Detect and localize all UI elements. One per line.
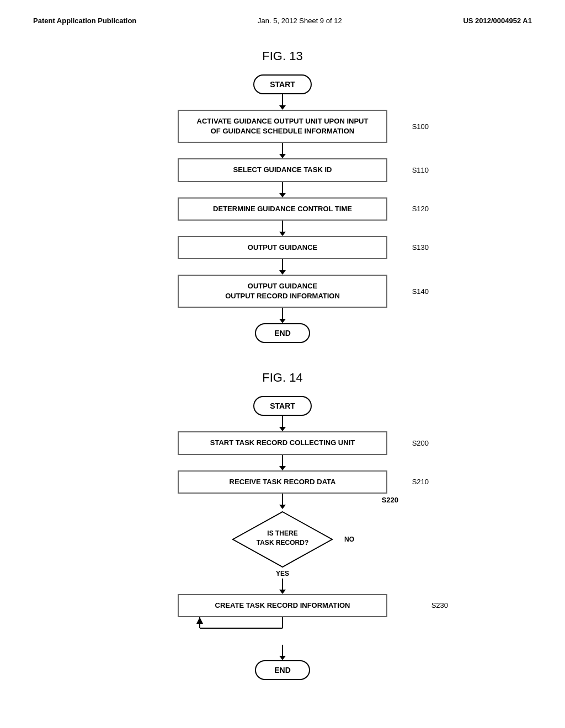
fig14-start: START bbox=[253, 396, 312, 416]
fig14-end-oval: END bbox=[255, 660, 310, 680]
fig14-s230-step: CREATE TASK RECORD INFORMATION S230 bbox=[156, 594, 409, 617]
header: Patent Application Publication Jan. 5, 2… bbox=[33, 11, 532, 36]
fig14-yes-section: YES bbox=[156, 570, 409, 594]
arrow1 bbox=[279, 94, 286, 110]
fig14-s220-row: S220 IS THERE TASK RECORD? NO bbox=[156, 509, 409, 570]
svg-marker-6 bbox=[196, 617, 203, 624]
fig14-s230-label: S230 bbox=[431, 601, 448, 609]
fig14-s210-step: RECEIVE TASK RECORD DATA S210 bbox=[178, 470, 387, 494]
fig13-s110-label: S110 bbox=[412, 166, 429, 174]
fig13-s100-box: ACTIVATE GUIDANCE OUTPUT UNIT UPON INPUT… bbox=[178, 110, 387, 143]
fig13-end: END bbox=[255, 323, 310, 343]
arrow14-4 bbox=[279, 579, 286, 594]
fig13-start: START bbox=[253, 74, 312, 94]
fig13-s100-step: ACTIVATE GUIDANCE OUTPUT UNIT UPON INPUT… bbox=[178, 110, 387, 143]
arrow2 bbox=[279, 143, 286, 158]
fig13-start-oval: START bbox=[253, 74, 312, 94]
fig13-s140-box: OUTPUT GUIDANCEOUTPUT RECORD INFORMATION bbox=[178, 275, 387, 308]
fig14-s200-box: START TASK RECORD COLLECTING UNIT bbox=[178, 431, 387, 454]
fig14-flowchart: START START TASK RECORD COLLECTING UNIT … bbox=[33, 396, 532, 680]
header-date-sheet: Jan. 5, 2012 Sheet 9 of 12 bbox=[258, 17, 342, 25]
fig13-s130-step: OUTPUT GUIDANCE S130 bbox=[178, 236, 387, 259]
header-publication: Patent Application Publication bbox=[33, 17, 136, 25]
fig13-s120-box: DETERMINE GUIDANCE CONTROL TIME bbox=[178, 197, 387, 221]
arrow5 bbox=[279, 259, 286, 275]
fig14-s230-box: CREATE TASK RECORD INFORMATION bbox=[178, 594, 387, 617]
fig14-s210-label: S210 bbox=[412, 478, 429, 486]
fig14-yes-label: YES bbox=[276, 570, 289, 577]
arrow6 bbox=[279, 308, 286, 323]
fig13-s130-label: S130 bbox=[412, 243, 429, 251]
fig13-s120-label: S120 bbox=[412, 205, 429, 213]
fig14-start-oval: START bbox=[253, 396, 312, 416]
arrow3 bbox=[279, 182, 286, 197]
fig14-s220-label: S220 bbox=[382, 496, 398, 504]
fig13-s110-step: SELECT GUIDANCE TASK ID S110 bbox=[178, 158, 387, 181]
fig13-s120-step: DETERMINE GUIDANCE CONTROL TIME S120 bbox=[178, 197, 387, 221]
fig13-s100-label: S100 bbox=[412, 122, 429, 131]
fig14-loop-arrow bbox=[156, 617, 409, 645]
fig13-flowchart: START ACTIVATE GUIDANCE OUTPUT UNIT UPON… bbox=[33, 74, 532, 343]
fig14-s200-step: START TASK RECORD COLLECTING UNIT S200 bbox=[178, 431, 387, 454]
arrow14-2 bbox=[279, 455, 286, 470]
arrow14-1 bbox=[279, 416, 286, 431]
fig13-title: FIG. 13 bbox=[33, 49, 532, 63]
fig13-s140-label: S140 bbox=[412, 287, 429, 296]
fig14-end: END bbox=[255, 660, 310, 680]
fig13-s140-step: OUTPUT GUIDANCEOUTPUT RECORD INFORMATION… bbox=[178, 275, 387, 308]
arrow4 bbox=[279, 221, 286, 236]
fig13-end-oval: END bbox=[255, 323, 310, 343]
fig13-s110-box: SELECT GUIDANCE TASK ID bbox=[178, 158, 387, 181]
fig14-s200-label: S200 bbox=[412, 439, 429, 447]
svg-text:IS THERE: IS THERE bbox=[267, 529, 297, 537]
fig13-s130-box: OUTPUT GUIDANCE bbox=[178, 236, 387, 259]
fig14-loop-section bbox=[156, 617, 409, 645]
page: Patent Application Publication Jan. 5, 2… bbox=[0, 0, 565, 728]
fig14-s220-diamond: IS THERE TASK RECORD? bbox=[227, 509, 338, 570]
header-patent-number: US 2012/0004952 A1 bbox=[463, 17, 532, 25]
fig14-s210-box: RECEIVE TASK RECORD DATA bbox=[178, 470, 387, 494]
arrow14-3 bbox=[279, 494, 286, 509]
arrow14-5 bbox=[279, 645, 286, 660]
fig14-title: FIG. 14 bbox=[33, 371, 532, 385]
fig14-no-label: NO bbox=[344, 536, 354, 543]
svg-text:TASK RECORD?: TASK RECORD? bbox=[257, 539, 308, 547]
